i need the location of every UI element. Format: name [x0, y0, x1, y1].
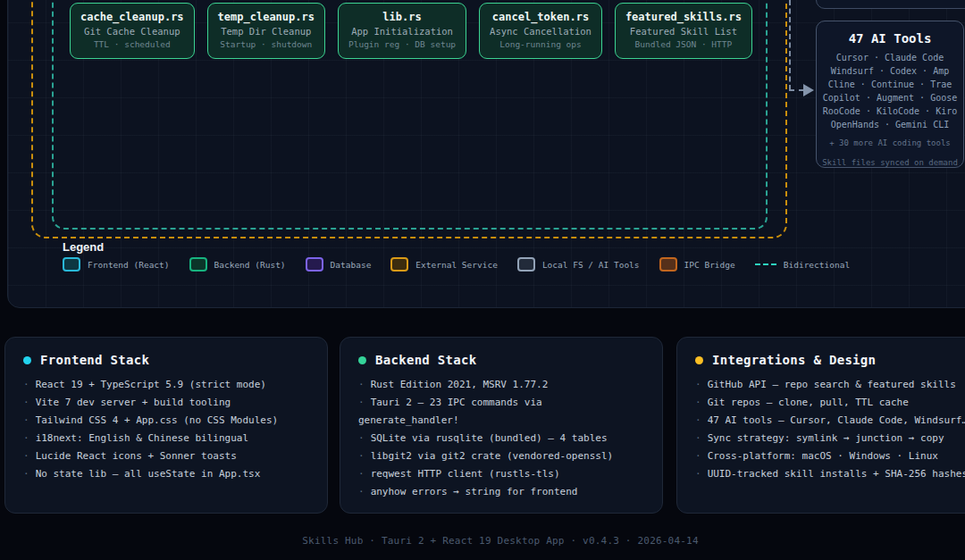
legend-item-label: Bidirectional — [784, 260, 850, 270]
legend-item-local-fs: Local FS / AI Tools — [517, 257, 640, 272]
list-item: ·i18next: English & Chinese bilingual — [23, 430, 309, 447]
file-card-title: lib.rs — [348, 10, 456, 25]
integrations-dot-icon — [695, 356, 703, 364]
legend-item-ipc-bridge: IPC Bridge — [659, 257, 735, 272]
local-fs-swatch-icon — [517, 257, 535, 272]
file-card-meta: Long-running ops — [490, 38, 592, 51]
footer-text: Skills Hub · Tauri 2 + React 19 Desktop … — [0, 535, 965, 547]
list-item-text: Vite 7 dev server + build tooling — [36, 397, 231, 408]
legend: Frontend (React) Backend (Rust) Database… — [63, 257, 850, 272]
file-card-featured-skills: featured_skills.rs Featured Skill List B… — [615, 3, 752, 59]
list-item-text: Git repos — clone, pull, TTL cache — [708, 397, 909, 408]
list-item: ·reqwest HTTP client (rustls-tls) — [358, 465, 644, 483]
card-header: Frontend Stack — [23, 353, 309, 367]
list-item-text: No state lib — all useState in App.tsx — [36, 468, 261, 480]
backend-stack-card: Backend Stack ·Rust Edition 2021, MSRV 1… — [340, 337, 663, 514]
list-item: ·Cross-platform: macOS · Windows · Linux — [695, 447, 965, 465]
list-item: ·SQLite via rusqlite (bundled) — 4 table… — [358, 430, 644, 447]
frontend-swatch-icon — [63, 257, 80, 272]
file-card-cache-cleanup: cache_cleanup.rs Git Cache Cleanup TTL ·… — [70, 3, 195, 59]
list-item-text: Lucide React icons + Sonner toasts — [36, 450, 237, 462]
legend-title: Legend — [63, 240, 104, 254]
file-card-meta: Bundled JSON · HTTP — [625, 38, 742, 51]
database-swatch-icon — [306, 257, 323, 272]
bullet-icon: · — [358, 379, 365, 390]
skills-hub-page: { "diagram": { "file_cards": [ {"title":… — [0, 0, 965, 560]
card-list: ·React 19 + TypeScript 5.9 (strict mode)… — [23, 376, 309, 483]
file-card-cancel-token: cancel_token.rs Async Cancellation Long-… — [479, 3, 602, 59]
card-title: Frontend Stack — [40, 353, 149, 367]
frontend-stack-card: Frontend Stack ·React 19 + TypeScript 5.… — [4, 337, 328, 514]
legend-item-label: IPC Bridge — [684, 260, 735, 270]
list-item-text: GitHub API — repo search & featured skil… — [708, 379, 956, 390]
card-title: Backend Stack — [375, 353, 476, 367]
file-card-title: cache_cleanup.rs — [80, 10, 184, 25]
list-item: ·React 19 + TypeScript 5.9 (strict mode) — [23, 376, 309, 394]
bidirectional-dash-icon — [755, 263, 776, 265]
legend-item-frontend: Frontend (React) — [63, 257, 170, 272]
list-item-text: reqwest HTTP client (rustls-tls) — [371, 468, 560, 480]
integrations-design-card: Integrations & Design ·GitHub API — repo… — [676, 337, 965, 514]
frontend-dot-icon — [23, 356, 31, 364]
backend-dot-icon — [358, 356, 366, 364]
ai-tools-row: Cline · Continue · Trae — [817, 78, 963, 91]
bullet-icon: · — [695, 379, 701, 390]
list-item: ·Vite 7 dev server + build tooling — [23, 394, 309, 412]
list-item: ·UUID-tracked skill installs + SHA-256 h… — [695, 465, 965, 483]
list-item-text: i18next: English & Chinese bilingual — [36, 432, 248, 444]
list-item-text: 47 AI tools — Cursor, Claude Code, Winds… — [708, 414, 965, 426]
truncated-node-box — [816, 0, 965, 9]
ai-tools-more: + 30 more AI coding tools — [817, 138, 963, 149]
file-card-title: temp_cleanup.rs — [218, 10, 315, 25]
bullet-icon: · — [695, 468, 701, 480]
list-item: ·Rust Edition 2021, MSRV 1.77.2 — [358, 376, 644, 394]
list-item: ·Git repos — clone, pull, TTL cache — [695, 394, 965, 412]
list-item-text: Rust Edition 2021, MSRV 1.77.2 — [371, 379, 549, 390]
file-card-temp-cleanup: temp_cleanup.rs Temp Dir Cleanup Startup… — [207, 3, 325, 59]
ai-tools-note: Skill files synced on demand — [817, 157, 963, 169]
arrowhead-icon — [803, 84, 814, 96]
legend-item-bidirectional: Bidirectional — [755, 260, 850, 270]
legend-item-label: Local FS / AI Tools — [542, 260, 640, 270]
bullet-icon: · — [695, 450, 701, 462]
list-item-text: UUID-tracked skill installs + SHA-256 ha… — [708, 468, 965, 480]
bullet-icon: · — [23, 414, 29, 426]
bullet-icon: · — [358, 397, 365, 408]
legend-item-database: Database — [306, 257, 372, 272]
list-item: ·anyhow errors → string for frontend — [358, 483, 644, 501]
legend-item-backend: Backend (Rust) — [189, 257, 286, 272]
ai-tools-title: 47 AI Tools — [817, 30, 963, 46]
bullet-icon: · — [695, 432, 701, 444]
bullet-icon: · — [23, 397, 29, 408]
file-card-subtitle: Async Cancellation — [490, 25, 592, 38]
card-title: Integrations & Design — [712, 353, 876, 367]
list-item-text: libgit2 via git2 crate (vendored-openssl… — [371, 450, 614, 462]
list-item: ·Lucide React icons + Sonner toasts — [23, 447, 309, 465]
list-item: ·47 AI tools — Cursor, Claude Code, Wind… — [695, 412, 965, 430]
list-item-text: anyhow errors → string for frontend — [371, 486, 578, 497]
ai-tools-row: RooCode · KiloCode · Kiro — [817, 104, 963, 118]
bullet-icon: · — [358, 468, 365, 480]
bullet-icon: · — [695, 414, 701, 426]
ipc-bridge-swatch-icon — [659, 257, 677, 272]
list-item-text: SQLite via rusqlite (bundled) — 4 tables — [371, 432, 608, 444]
connector-line-vertical — [789, 0, 791, 90]
legend-item-label: Database — [331, 260, 372, 270]
list-item: ·libgit2 via git2 crate (vendored-openss… — [358, 447, 644, 465]
card-list: ·GitHub API — repo search & featured ski… — [695, 376, 965, 483]
file-card-title: cancel_token.rs — [490, 10, 592, 25]
list-item: ·Sync strategy: symlink → junction → cop… — [695, 430, 965, 447]
ai-tools-row: Windsurf · Codex · Amp — [817, 64, 963, 78]
bullet-icon: · — [358, 486, 365, 497]
file-card-subtitle: Temp Dir Cleanup — [218, 25, 315, 38]
list-item-text: Sync strategy: symlink → junction → copy — [708, 432, 944, 444]
list-item: ·GitHub API — repo search & featured ski… — [695, 376, 965, 394]
list-item: ·No state lib — all useState in App.tsx — [23, 465, 309, 483]
file-card-meta: Plugin reg · DB setup — [348, 38, 456, 51]
legend-item-label: Backend (Rust) — [214, 260, 286, 270]
file-card-title: featured_skills.rs — [625, 10, 742, 25]
file-card-meta: TTL · scheduled — [80, 38, 184, 51]
legend-item-external-service: External Service — [390, 257, 498, 272]
file-card-subtitle: Git Cache Cleanup — [80, 25, 184, 38]
list-item-text: Tauri 2 — 23 IPC commands via generate_h… — [358, 397, 542, 426]
